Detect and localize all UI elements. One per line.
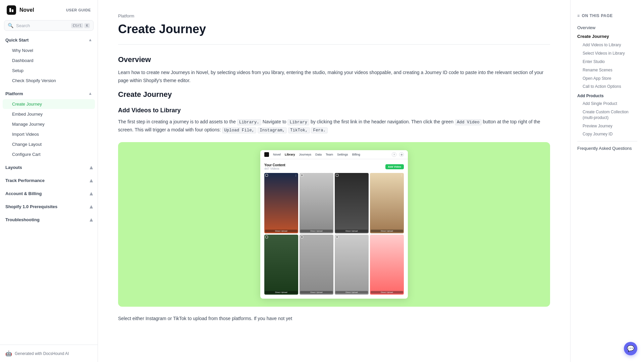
billing-label: Account & Billing — [5, 191, 42, 196]
video-thumb-7: Direct Upload — [335, 235, 369, 295]
video-label-1: Direct Upload — [265, 230, 298, 232]
troubleshooting-chevron: ▶ — [89, 218, 93, 221]
video-menu-4: ⋮ — [400, 174, 403, 177]
main-content: Platform Create Journey Overview Learn h… — [98, 0, 570, 362]
mock-body: Your Content 447 Videos Add Video ⋮ Dire… — [260, 159, 408, 299]
video-thumb-3: Direct Upload — [335, 173, 369, 233]
quick-start-chevron: ▼ — [88, 38, 92, 43]
toc-add-videos[interactable]: Add Videos to Library — [577, 41, 637, 49]
video-label-4: Direct Upload — [371, 230, 403, 232]
chat-icon: 💬 — [627, 345, 634, 352]
toc-select-videos[interactable]: Select Videos in Library — [577, 49, 637, 58]
track-label: Track Performance — [5, 178, 45, 183]
mock-nav-settings: Settings — [337, 153, 348, 156]
shopify-prereqs-chevron: ▶ — [89, 205, 93, 208]
toc-copy-journey-id[interactable]: Copy Journey ID — [577, 130, 637, 138]
video-thumb-4: ⋮ Direct Upload — [370, 173, 404, 233]
divider — [118, 44, 550, 45]
sidebar-item-create-journey[interactable]: Create Journey — [3, 99, 95, 109]
mock-nav-team: Team — [326, 153, 333, 156]
quick-start-section: Quick Start ▼ Why Novel Dashboard Setup … — [0, 34, 98, 87]
chat-widget[interactable]: 💬 — [624, 342, 637, 355]
billing-section: Account & Billing ▶ — [0, 187, 98, 200]
sidebar-item-embed-journey[interactable]: Embed Journey — [3, 109, 95, 119]
docs-hound-icon: 🤖 — [5, 350, 12, 357]
sidebar-item-why-novel[interactable]: Why Novel — [3, 46, 95, 55]
sidebar-item-check-shopify[interactable]: Check Shopify Version — [3, 76, 95, 85]
mock-screenshot: Novel Library Journeys Data Team Setting… — [260, 150, 408, 299]
sidebar-item-setup[interactable]: Setup — [3, 66, 95, 75]
video-checkbox-7 — [336, 236, 338, 238]
code-library: Library — [287, 119, 309, 125]
layouts-chevron: ▶ — [89, 166, 93, 169]
code-library-period: Library. — [237, 119, 261, 125]
platform-items: Create Journey Embed Journey Manage Jour… — [0, 99, 98, 159]
toc-enter-studio[interactable]: Enter Studio — [577, 58, 637, 66]
mock-nav-novel: Novel — [273, 153, 281, 156]
billing-toggle[interactable]: Account & Billing ▶ — [0, 188, 98, 199]
layouts-toggle[interactable]: Layouts ▶ — [0, 162, 98, 173]
sidebar-item-change-layout[interactable]: Change Layout — [3, 139, 95, 149]
layouts-label: Layouts — [5, 165, 22, 170]
video-label-2: Direct Upload — [300, 230, 333, 232]
video-checkbox-2 — [301, 174, 303, 177]
create-journey-heading: Create Journey — [118, 90, 550, 99]
sidebar-item-import-videos[interactable]: Import Videos — [3, 129, 95, 139]
sidebar-footer: 🤖 Generated with DocsHound AI — [0, 345, 98, 362]
sidebar-item-configure-cart[interactable]: Configure Cart — [3, 149, 95, 159]
toc-add-single-product[interactable]: Add Single Product — [577, 100, 637, 108]
mock-nav-data: Data — [315, 153, 322, 156]
toc-header-text: On this page — [582, 13, 613, 18]
video-grid: ⋮ Direct Upload Direct Upload Direct Upl… — [264, 173, 404, 295]
layouts-section: Layouts ▶ — [0, 161, 98, 174]
sidebar-item-dashboard[interactable]: Dashboard — [3, 56, 95, 65]
mock-add-button: Add Video — [385, 164, 404, 169]
toc-preview-journey[interactable]: Preview Journey — [577, 122, 637, 130]
toc-rename-scenes[interactable]: Rename Scenes — [577, 66, 637, 74]
video-checkbox-5 — [265, 236, 268, 238]
overview-heading: Overview — [118, 55, 550, 64]
toc: ≡ On this page Overview Create Journey A… — [570, 0, 644, 362]
code-add-video: Add Video — [455, 119, 482, 125]
search-bar[interactable]: 🔍 Search Ctrl K — [4, 20, 94, 31]
toc-open-app-store[interactable]: Open App Store — [577, 74, 637, 83]
toc-create-custom-collection[interactable]: Create Custom Collection (multi-product) — [577, 108, 637, 122]
mock-content-info: Your Content 447 Videos — [264, 163, 285, 170]
track-toggle[interactable]: Track Performance ▶ — [0, 175, 98, 186]
video-thumb-2: Direct Upload — [300, 173, 333, 233]
overview-text: Learn how to create new Journeys in Nove… — [118, 69, 550, 85]
toc-add-products-label: Add Products — [577, 91, 637, 100]
platform-section: Platform ▼ Create Journey Embed Journey … — [0, 87, 98, 161]
platform-toggle[interactable]: Platform ▼ — [0, 88, 98, 99]
quick-start-toggle[interactable]: Quick Start ▼ — [0, 35, 98, 45]
platform-chevron: ▼ — [88, 92, 92, 96]
code-upload-file: Upload File, — [222, 127, 256, 133]
toc-faq[interactable]: Frequently Asked Questions — [577, 144, 637, 153]
sidebar-header: Novel USER GUIDE — [0, 0, 98, 20]
mock-nav-right: ? ⊕ — [392, 152, 404, 157]
toc-overview[interactable]: Overview — [577, 23, 637, 32]
footer-text: Generated with DocsHound AI — [15, 351, 69, 356]
video-thumb-6: Direct Upload — [300, 235, 333, 295]
video-label-8: Direct Upload — [371, 291, 403, 294]
mock-nav-billing: Billing — [352, 153, 360, 156]
quick-start-label: Quick Start — [5, 38, 29, 43]
shopify-prereqs-label: Shopify 1.0 Prerequisites — [5, 204, 57, 209]
mock-body-header: Your Content 447 Videos Add Video — [264, 163, 404, 170]
video-checkbox-6 — [301, 236, 303, 238]
sidebar-item-manage-journey[interactable]: Manage Journey — [3, 119, 95, 129]
toc-header: ≡ On this page — [577, 13, 637, 18]
shopify-prereqs-toggle[interactable]: Shopify 1.0 Prerequisites ▶ — [0, 201, 98, 212]
search-shortcut: Ctrl K — [71, 23, 90, 28]
troubleshooting-section: Troubleshooting ▶ — [0, 213, 98, 226]
platform-label: Platform — [5, 91, 23, 96]
video-label-7: Direct Upload — [335, 291, 368, 294]
toc-create-journey[interactable]: Create Journey — [577, 32, 637, 41]
code-fera: Fera. — [311, 127, 328, 133]
mock-user-icon: ⊕ — [399, 152, 404, 157]
video-thumb-1: ⋮ Direct Upload — [264, 173, 298, 233]
toc-cta-options[interactable]: Call to Action Options — [577, 82, 637, 91]
toc-lines-icon: ≡ — [577, 13, 580, 18]
svg-rect-0 — [9, 8, 11, 12]
troubleshooting-toggle[interactable]: Troubleshooting ▶ — [0, 215, 98, 225]
